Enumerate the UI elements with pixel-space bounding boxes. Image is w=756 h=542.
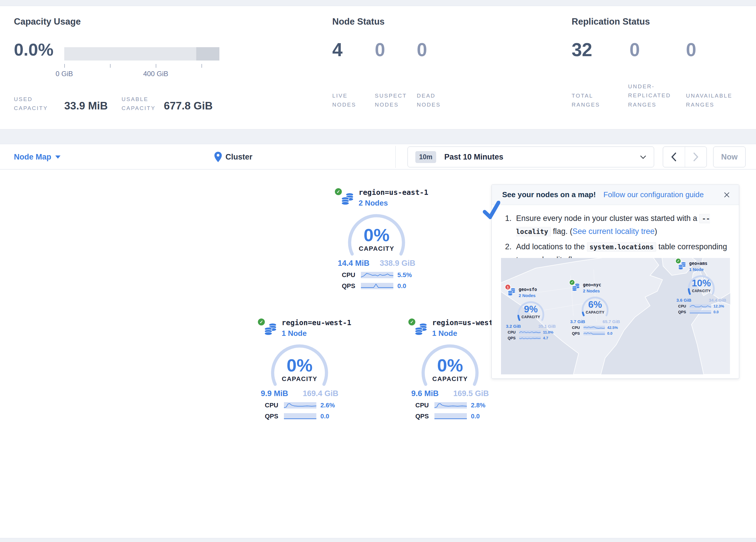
geo-nodes-link: 2 Nodes bbox=[519, 293, 556, 298]
usable-capacity-value: 677.8 GiB bbox=[164, 100, 213, 112]
qps-metric-row: QPS 0.0 bbox=[570, 331, 621, 336]
used-capacity-value: 33.9 MiB bbox=[64, 100, 108, 112]
cpu-metric-row: CPU 11.0% bbox=[505, 330, 556, 335]
geo-ams[interactable]: ✓ geo=ams 1 Node 10% CAPACITY bbox=[676, 261, 727, 314]
cpu-sparkline bbox=[284, 402, 316, 409]
qps-value: 0.0 bbox=[713, 310, 719, 314]
total-value: 35.1 GiB bbox=[538, 324, 556, 329]
healthy-check-icon: ✓ bbox=[258, 319, 265, 326]
total-value: 34.4 GiB bbox=[709, 298, 726, 303]
region-nodes-link[interactable]: 1 Node bbox=[282, 329, 343, 338]
capacity-label: CAPACITY bbox=[676, 289, 727, 293]
breadcrumb[interactable]: Cluster bbox=[214, 144, 252, 170]
qps-sparkline bbox=[434, 413, 467, 420]
capacity-gauge: 0% CAPACITY bbox=[256, 344, 343, 388]
capacity-values: 3.7 GiB 65.7 GiB bbox=[570, 319, 621, 324]
cpu-metric-row: CPU 2.8% bbox=[407, 402, 493, 409]
suspect-nodes-value: 0 bbox=[375, 39, 385, 60]
region-header: ✓ region=eu-west-1 1 Node bbox=[256, 319, 343, 342]
capacity-label: CAPACITY bbox=[333, 245, 420, 252]
view-selector-dropdown[interactable]: Node Map bbox=[14, 144, 60, 170]
qps-sparkline bbox=[519, 336, 541, 340]
region-header: ✓ region=us-east-1 2 Nodes bbox=[333, 188, 420, 212]
now-button[interactable]: Now bbox=[713, 146, 746, 167]
geo-header: ✓ geo=nyc 2 Nodes bbox=[570, 282, 621, 294]
capacity-values: 3.2 GiB 35.1 GiB bbox=[505, 324, 556, 329]
qps-sparkline bbox=[361, 283, 393, 289]
cpu-value: 11.0% bbox=[543, 330, 553, 335]
used-value: 14.4 MiB bbox=[338, 259, 370, 268]
capacity-label: CAPACITY bbox=[570, 311, 621, 315]
total-value: 65.7 GiB bbox=[603, 319, 620, 324]
cpu-sparkline bbox=[690, 304, 711, 308]
close-icon[interactable] bbox=[723, 191, 730, 198]
time-forward-button[interactable] bbox=[685, 147, 707, 167]
geo-nodes-link: 2 Nodes bbox=[583, 289, 621, 293]
locality-tree-link[interactable]: See current locality tree bbox=[572, 227, 655, 236]
database-nodes-icon bbox=[678, 261, 686, 270]
cpu-value: 2.8% bbox=[471, 402, 485, 409]
database-nodes-icon bbox=[508, 288, 516, 296]
region-eu-west-1[interactable]: ✓ region=eu-west-1 1 Node 0% CAPACITY 9.… bbox=[256, 319, 343, 420]
node-status-title: Node Status bbox=[332, 16, 541, 27]
region-nodes-link[interactable]: 1 Node bbox=[432, 329, 493, 338]
capacity-values: 9.9 MiB 169.4 GiB bbox=[256, 389, 343, 398]
qps-label: QPS bbox=[265, 413, 281, 420]
region-us-east-1[interactable]: ✓ region=us-east-1 2 Nodes 0% CAPACITY 1… bbox=[333, 188, 420, 290]
step-text-segment: ) bbox=[654, 227, 657, 236]
total-value: 338.9 GiB bbox=[380, 259, 415, 268]
total-ranges-value: 32 bbox=[572, 39, 592, 60]
qps-value: 4.7 bbox=[543, 336, 548, 340]
chevron-right-icon bbox=[693, 152, 698, 161]
cpu-label: CPU bbox=[265, 402, 281, 409]
geo-nyc[interactable]: ✓ geo=nyc 2 Nodes 6% CAPACITY bbox=[570, 282, 621, 336]
axis-tick bbox=[201, 64, 202, 68]
capacity-label: CAPACITY bbox=[256, 375, 343, 383]
capacity-usage-section: Capacity Usage 0.0% 0 GiB 400 GiB USED C… bbox=[14, 16, 240, 27]
capacity-percent: 0% bbox=[256, 355, 343, 376]
cpu-sparkline bbox=[519, 330, 541, 334]
under-replicated-ranges-label: UNDER-REPLICATED RANGES bbox=[628, 82, 679, 109]
database-nodes-icon bbox=[572, 283, 580, 292]
qps-value: 0.0 bbox=[607, 331, 612, 336]
capacity-usage-title: Capacity Usage bbox=[14, 16, 240, 27]
cpu-metric-row: CPU 5.5% bbox=[333, 271, 420, 279]
geo-sfo[interactable]: 1 geo=sfo 2 Nodes 9% CAPACITY bbox=[505, 287, 556, 340]
capacity-percent: 9% bbox=[505, 304, 556, 315]
time-back-button[interactable] bbox=[663, 147, 685, 167]
region-name: region=us-west-1 bbox=[432, 319, 493, 327]
cluster-summary-panel: Capacity Usage 0.0% 0 GiB 400 GiB USED C… bbox=[0, 6, 756, 129]
qps-metric-row: QPS 4.7 bbox=[505, 336, 556, 340]
capacity-values: 14.4 MiB 338.9 GiB bbox=[333, 259, 420, 268]
unavailable-ranges-label: UNAVAILABLE RANGES bbox=[686, 91, 740, 109]
capacity-values: 3.6 GiB 34.4 GiB bbox=[676, 298, 727, 303]
qps-metric-row: QPS 0.0 bbox=[676, 310, 727, 314]
qps-sparkline bbox=[583, 332, 605, 335]
qps-value: 0.0 bbox=[320, 413, 329, 420]
region-nodes-link[interactable]: 2 Nodes bbox=[359, 198, 420, 207]
used-value: 3.6 GiB bbox=[676, 298, 691, 303]
healthy-check-icon: ✓ bbox=[335, 188, 342, 195]
axis-tick bbox=[64, 64, 65, 68]
total-value: 169.4 GiB bbox=[303, 389, 338, 398]
geo-nodes-link: 1 Node bbox=[689, 267, 727, 272]
used-value: 9.6 MiB bbox=[411, 389, 439, 398]
qps-sparkline bbox=[284, 413, 316, 420]
capacity-percent: 6% bbox=[570, 299, 621, 310]
cpu-label: CPU bbox=[508, 330, 518, 335]
popup-instructions: 1. Ensure every node in your cluster was… bbox=[492, 205, 739, 266]
qps-label: QPS bbox=[678, 310, 689, 314]
region-us-west-1[interactable]: ✓ region=us-west-1 1 Node 0% CAPACITY 9.… bbox=[407, 319, 493, 420]
cpu-label: CPU bbox=[415, 402, 432, 409]
step-number: 1. bbox=[505, 212, 516, 238]
cpu-value: 42.5% bbox=[607, 326, 618, 330]
map-toolbar: Node Map Cluster 10m Past 10 Minutes Now bbox=[0, 144, 756, 169]
time-range-dropdown[interactable]: 10m Past 10 Minutes bbox=[408, 146, 654, 167]
axis-tick-label: 400 GiB bbox=[143, 70, 168, 78]
axis-tick-label: 0 GiB bbox=[56, 70, 73, 78]
configuration-guide-link[interactable]: Follow our configuration guide bbox=[603, 190, 704, 199]
replication-status-title: Replication Status bbox=[572, 16, 751, 27]
capacity-gauge: 0% CAPACITY bbox=[333, 214, 420, 258]
qps-label: QPS bbox=[508, 336, 518, 340]
axis-tick bbox=[156, 64, 156, 68]
